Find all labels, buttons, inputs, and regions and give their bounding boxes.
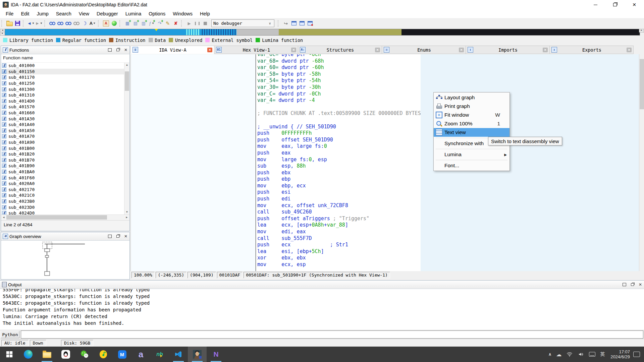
output-panel-header[interactable]: Output ✕ xyxy=(0,281,644,289)
graph-overview-thumbnail[interactable] xyxy=(1,241,129,279)
disassembly-line[interactable]: push ecx ; Str1 xyxy=(257,242,421,248)
disassembly-line[interactable]: ; __unwind { // SEH_501D90 xyxy=(257,124,421,130)
disassembly-line[interactable]: var_4= dword ptr -4 xyxy=(257,97,421,104)
add-segment-icon[interactable]: ▥+ xyxy=(140,19,147,27)
function-name-column-header[interactable]: Function name xyxy=(1,54,129,63)
float-panel-icon[interactable] xyxy=(630,282,635,287)
disassembly-line[interactable]: mov edi, eax xyxy=(257,229,421,235)
disassembly-line[interactable]: mov ebp, ecx xyxy=(257,183,421,189)
function-list-item[interactable]: fsub_4014D0 xyxy=(1,98,129,104)
restore-button[interactable] xyxy=(605,0,625,9)
function-list-item[interactable]: fsub_401A70 xyxy=(1,133,129,139)
search-disabled-icon[interactable] xyxy=(73,19,80,27)
navigation-band[interactable] xyxy=(5,29,640,36)
function-list-item[interactable]: fsub_4024D0 xyxy=(1,210,129,215)
debugger-window-icon[interactable] xyxy=(290,19,298,27)
taskbar-qq-music-icon[interactable] xyxy=(94,347,113,362)
tab-imports[interactable]: ↧Imports✕ xyxy=(466,46,550,54)
start-button[interactable] xyxy=(0,347,19,362)
save-icon[interactable] xyxy=(14,19,21,27)
taskbar-m-app-icon[interactable]: M xyxy=(113,347,131,362)
navigate-back-icon[interactable]: ◄▼ xyxy=(27,19,35,27)
add-struct-icon[interactable]: ▦+ xyxy=(124,19,131,27)
scroll-right-icon[interactable]: ► xyxy=(124,215,129,220)
taskbar-file-explorer-icon[interactable] xyxy=(38,347,56,362)
search-next-icon[interactable] xyxy=(65,19,72,27)
function-list-item[interactable]: fsub_401B90 xyxy=(1,163,129,169)
python-command-input[interactable] xyxy=(21,330,643,339)
disassembly-line[interactable]: push ebx xyxy=(257,170,421,176)
menu-jump[interactable]: Jump xyxy=(33,10,52,18)
close-panel-icon[interactable]: ✕ xyxy=(638,282,643,287)
jump-night-icon[interactable]: ☽ xyxy=(81,19,88,27)
disassembly-line[interactable]: sub esp, 88h xyxy=(257,163,421,170)
canvas-vertical-scrollbar[interactable] xyxy=(639,54,644,271)
close-tab-icon[interactable]: ✕ xyxy=(459,48,464,52)
taskbar-ida-icon[interactable] xyxy=(188,347,207,362)
function-list-item[interactable]: fsub_401250 xyxy=(1,80,129,86)
cloud-icon[interactable]: ☁ xyxy=(556,351,561,358)
close-tab-icon[interactable]: ✕ xyxy=(207,48,212,52)
function-list-item[interactable]: fsub_401570 xyxy=(1,104,129,110)
menu-view[interactable]: View xyxy=(75,10,93,18)
disassembly-line[interactable]: call sub_49C260 xyxy=(257,209,421,216)
taskbar-a-app-icon[interactable]: a xyxy=(131,347,150,362)
menu-windows[interactable]: Windows xyxy=(169,10,196,18)
scroll-up-icon[interactable]: ▲ xyxy=(124,63,129,67)
disassembly-line[interactable] xyxy=(257,104,421,111)
minimize-button[interactable] xyxy=(586,0,605,9)
maximize-panel-icon[interactable] xyxy=(107,48,112,52)
disassembly-code[interactable]: var_6C= byte ptr -6Chvar_68= dword ptr -… xyxy=(257,54,421,268)
disassembly-line[interactable]: var_54= byte ptr -54h xyxy=(257,77,421,84)
add-function-icon[interactable]: ƒ+▼ xyxy=(148,19,155,27)
close-tab-icon[interactable]: ✕ xyxy=(375,48,380,52)
context-menu-item-layout-graph[interactable]: Layout graph xyxy=(434,93,509,102)
tab-structures[interactable]: A:Structures✕ xyxy=(298,46,382,54)
scrollbar-thumb[interactable] xyxy=(640,59,644,109)
menu-help[interactable]: Help xyxy=(196,10,214,18)
function-list-item[interactable]: fsub_401B00 xyxy=(1,145,129,151)
taskbar-neovim-icon[interactable]: N xyxy=(207,347,225,362)
debugger-run-icon[interactable]: ▶ xyxy=(185,19,193,27)
close-panel-icon[interactable]: ✕ xyxy=(123,48,128,52)
function-list-item[interactable]: fsub_401150 xyxy=(1,69,129,75)
function-list-item[interactable]: fsub_401000 xyxy=(1,63,129,69)
function-list-item[interactable]: fsub_401A40 xyxy=(1,122,129,128)
disassembly-line[interactable]: push ebp xyxy=(257,176,421,183)
menu-edit[interactable]: Edit xyxy=(17,10,33,18)
graph-overview-header[interactable]: ⌗ Graph overview ✕ xyxy=(1,232,129,241)
taskbar-vscode-icon[interactable] xyxy=(169,347,188,362)
function-list-item[interactable]: fsub_4020A0 xyxy=(1,181,129,187)
float-panel-icon[interactable] xyxy=(115,48,120,52)
disassembly-line[interactable]: xor ebx, ebx xyxy=(257,255,421,261)
menu-file[interactable]: File xyxy=(2,10,17,18)
maximize-panel-icon[interactable] xyxy=(622,282,627,287)
function-list-item[interactable]: fsub_401310 xyxy=(1,92,129,98)
tab-exports[interactable]: ↥Exports✕ xyxy=(550,46,634,54)
function-list-item[interactable]: fsub_401A30 xyxy=(1,116,129,122)
disassembly-line[interactable]: mov ecx, offset unk_72CBF8 xyxy=(257,202,421,209)
search-text-icon[interactable] xyxy=(57,19,64,27)
context-menu-item-text-view[interactable]: Text view xyxy=(434,128,509,137)
taskbar-wechat-icon[interactable] xyxy=(75,347,94,362)
scrollbar-thumb[interactable] xyxy=(6,215,107,220)
context-menu-item-print-graph[interactable]: Print graph xyxy=(434,102,509,111)
breakpoint-list-icon[interactable] xyxy=(298,19,306,27)
functions-horizontal-scrollbar[interactable]: ◄ ► xyxy=(1,215,129,220)
taskbar-nb-app-icon[interactable]: nb xyxy=(150,347,169,362)
ascii-string-icon[interactable]: A▼ xyxy=(89,19,96,27)
menu-debugger[interactable]: Debugger xyxy=(93,10,122,18)
menu-lumina[interactable]: Lumina xyxy=(122,10,145,18)
close-panel-icon[interactable]: ✕ xyxy=(123,234,128,239)
debugger-pause-icon[interactable] xyxy=(194,19,201,27)
disassembly-line[interactable]: var_6C= byte ptr -6Ch xyxy=(257,54,421,58)
function-list-item[interactable]: fsub_4021C0 xyxy=(1,192,129,198)
action-center-icon[interactable] xyxy=(633,352,640,357)
tab-hex-view-1[interactable]: 01Hex View-1✕ xyxy=(214,46,298,54)
function-list-item[interactable]: fsub_402170 xyxy=(1,186,129,192)
scroll-left-icon[interactable]: ◄ xyxy=(1,215,6,220)
hidden-icons-chevron-icon[interactable]: ∧ xyxy=(548,352,551,357)
python-prompt-button[interactable]: Python xyxy=(1,331,19,338)
taskbar-edge-icon[interactable] xyxy=(19,347,38,362)
navigate-forward-icon[interactable]: ►▼ xyxy=(35,19,43,27)
